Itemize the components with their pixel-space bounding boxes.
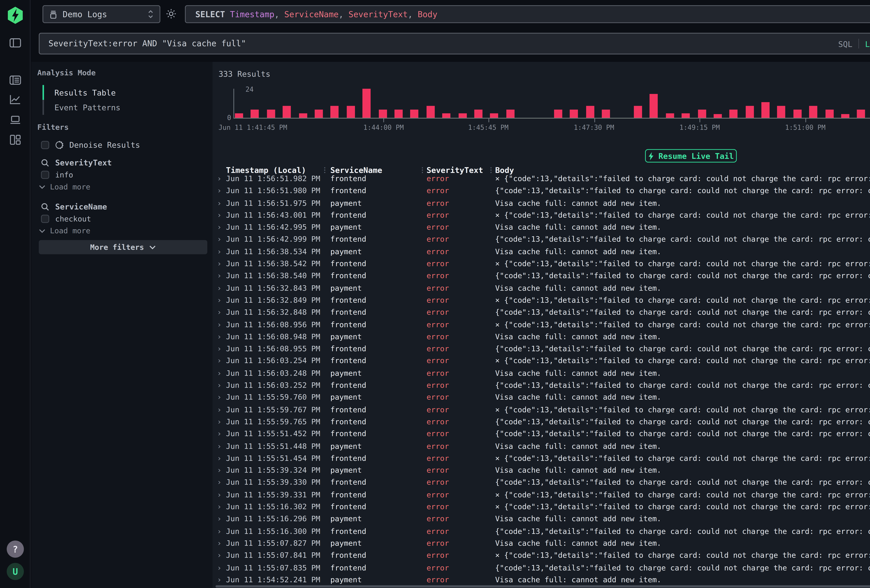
table-row[interactable]: ›Jun 11 1:56:51.975 PMpaymenterrorVisa c… bbox=[213, 198, 870, 210]
table-row[interactable]: ›Jun 11 1:55:07.841 PMfrontenderror× {"c… bbox=[213, 551, 870, 563]
row-expand-icon[interactable]: › bbox=[217, 369, 222, 377]
row-expand-icon[interactable]: › bbox=[217, 527, 222, 535]
filter-group-severitytext[interactable]: SeverityText bbox=[41, 158, 112, 167]
mode-sql-toggle[interactable]: SQL bbox=[838, 39, 852, 48]
row-expand-icon[interactable]: › bbox=[217, 320, 222, 329]
table-row[interactable]: ›Jun 11 1:56:42.999 PMfrontenderror{"cod… bbox=[213, 235, 870, 247]
table-row[interactable]: ›Jun 11 1:56:08.955 PMfrontenderror{"cod… bbox=[213, 344, 870, 356]
row-expand-icon[interactable]: › bbox=[217, 235, 222, 243]
denoise-results-row[interactable]: Denoise Results bbox=[41, 140, 140, 149]
row-expand-icon[interactable]: › bbox=[217, 430, 222, 438]
row-expand-icon[interactable]: › bbox=[217, 515, 222, 523]
row-expand-icon[interactable]: › bbox=[217, 345, 222, 353]
resume-live-tail-button[interactable]: Resume Live Tail bbox=[645, 149, 737, 162]
table-row[interactable]: ›Jun 11 1:56:08.948 PMpaymenterrorVisa c… bbox=[213, 332, 870, 344]
row-expand-icon[interactable]: › bbox=[217, 259, 222, 268]
table-row[interactable]: ›Jun 11 1:56:08.956 PMfrontenderror× {"c… bbox=[213, 320, 870, 332]
col-divider-icon[interactable]: ⋮ bbox=[321, 166, 328, 174]
user-avatar[interactable]: U bbox=[7, 563, 24, 580]
table-row[interactable]: ›Jun 11 1:55:59.765 PMfrontenderror{"cod… bbox=[213, 417, 870, 429]
chart-icon[interactable] bbox=[9, 93, 22, 106]
table-row[interactable]: ›Jun 11 1:55:16.300 PMfrontenderror{"cod… bbox=[213, 526, 870, 538]
row-expand-icon[interactable]: › bbox=[217, 211, 222, 219]
filter-group-servicename[interactable]: ServiceName bbox=[41, 202, 107, 211]
row-expand-icon[interactable]: › bbox=[217, 576, 222, 584]
row-expand-icon[interactable]: › bbox=[217, 478, 222, 487]
load-more-severitytext[interactable]: Load more bbox=[39, 183, 91, 191]
table-row[interactable]: ›Jun 11 1:56:43.001 PMfrontenderror× {"c… bbox=[213, 210, 870, 222]
table-row[interactable]: ›Jun 11 1:56:03.248 PMpaymenterrorVisa c… bbox=[213, 368, 870, 380]
table-row[interactable]: ›Jun 11 1:55:59.767 PMfrontenderror× {"c… bbox=[213, 405, 870, 417]
logs-icon[interactable] bbox=[9, 74, 22, 86]
table-row[interactable]: ›Jun 11 1:55:07.835 PMfrontenderror{"cod… bbox=[213, 563, 870, 575]
table-row[interactable]: ›Jun 11 1:55:59.760 PMpaymenterrorVisa c… bbox=[213, 393, 870, 405]
table-row[interactable]: ›Jun 11 1:55:16.302 PMfrontenderror× {"c… bbox=[213, 502, 870, 514]
table-row[interactable]: ›Jun 11 1:55:51.452 PMfrontenderror{"cod… bbox=[213, 429, 870, 441]
table-row[interactable]: ›Jun 11 1:55:39.324 PMpaymenterrorVisa c… bbox=[213, 465, 870, 478]
gear-icon[interactable] bbox=[165, 8, 177, 19]
search-bar[interactable]: SeverityText:error AND "Visa cache full"… bbox=[39, 33, 870, 54]
mode-lucene-toggle[interactable]: Lucene bbox=[865, 39, 870, 48]
table-row[interactable]: ›Jun 11 1:55:39.331 PMfrontenderror× {"c… bbox=[213, 490, 870, 502]
filter-option-info[interactable]: info bbox=[41, 171, 73, 179]
app-logo-icon[interactable] bbox=[7, 7, 24, 24]
row-expand-icon[interactable]: › bbox=[217, 466, 222, 474]
horizontal-scrollbar[interactable] bbox=[216, 585, 870, 588]
table-row[interactable]: ›Jun 11 1:55:39.330 PMfrontenderror{"cod… bbox=[213, 478, 870, 490]
table-row[interactable]: ›Jun 11 1:56:38.534 PMpaymenterrorVisa c… bbox=[213, 247, 870, 259]
row-expand-icon[interactable]: › bbox=[217, 187, 222, 195]
denoise-checkbox[interactable] bbox=[41, 141, 49, 149]
checkout-checkbox[interactable] bbox=[41, 215, 49, 223]
filter-option-checkout[interactable]: checkout bbox=[41, 215, 91, 223]
table-row[interactable]: ›Jun 11 1:56:32.849 PMfrontenderror× {"c… bbox=[213, 295, 870, 307]
info-checkbox[interactable] bbox=[41, 171, 49, 179]
sidebar-toggle-icon[interactable] bbox=[9, 37, 22, 49]
sidebar-item-results-table[interactable]: Results Table bbox=[42, 85, 192, 100]
row-expand-icon[interactable]: › bbox=[217, 284, 222, 292]
table-row[interactable]: ›Jun 11 1:56:32.848 PMfrontenderror{"cod… bbox=[213, 307, 870, 320]
row-expand-icon[interactable]: › bbox=[217, 381, 222, 389]
table-row[interactable]: ›Jun 11 1:55:07.827 PMpaymenterrorVisa c… bbox=[213, 538, 870, 551]
row-expand-icon[interactable]: › bbox=[217, 332, 222, 341]
table-row[interactable]: ›Jun 11 1:55:16.296 PMpaymenterrorVisa c… bbox=[213, 514, 870, 526]
col-divider-icon[interactable]: ⋮ bbox=[488, 166, 495, 174]
row-expand-icon[interactable]: › bbox=[217, 442, 222, 450]
select-query-input[interactable]: SELECT Timestamp, ServiceName, SeverityT… bbox=[185, 5, 870, 23]
row-expand-icon[interactable]: › bbox=[217, 563, 222, 572]
table-row[interactable]: ›Jun 11 1:56:38.542 PMfrontenderror× {"c… bbox=[213, 259, 870, 271]
row-expand-icon[interactable]: › bbox=[217, 247, 222, 256]
table-row[interactable]: ›Jun 11 1:56:51.982 PMfrontenderror× {"c… bbox=[213, 174, 870, 186]
table-row[interactable]: ›Jun 11 1:56:03.254 PMfrontenderror× {"c… bbox=[213, 356, 870, 368]
table-row[interactable]: ›Jun 11 1:56:32.843 PMpaymenterrorVisa c… bbox=[213, 283, 870, 295]
table-row[interactable]: ›Jun 11 1:55:51.454 PMfrontenderror× {"c… bbox=[213, 453, 870, 465]
row-expand-icon[interactable]: › bbox=[217, 503, 222, 511]
row-expand-icon[interactable]: › bbox=[217, 296, 222, 304]
row-expand-icon[interactable]: › bbox=[217, 490, 222, 499]
table-row[interactable]: ›Jun 11 1:56:38.540 PMfrontenderror{"cod… bbox=[213, 271, 870, 283]
more-filters-button[interactable]: More filters bbox=[39, 240, 207, 254]
col-divider-icon[interactable]: ⋮ bbox=[419, 166, 426, 174]
laptop-icon[interactable] bbox=[9, 113, 22, 126]
row-expand-icon[interactable]: › bbox=[217, 539, 222, 547]
sidebar-item-event-patterns[interactable]: Event Patterns bbox=[42, 100, 192, 115]
row-expand-icon[interactable]: › bbox=[217, 405, 222, 414]
row-expand-icon[interactable]: › bbox=[217, 199, 222, 207]
row-expand-icon[interactable]: › bbox=[217, 223, 222, 231]
help-button[interactable]: ? bbox=[7, 540, 24, 558]
dashboard-icon[interactable] bbox=[9, 133, 22, 146]
row-expand-icon[interactable]: › bbox=[217, 454, 222, 462]
row-expand-icon[interactable]: › bbox=[217, 393, 222, 401]
table-row[interactable]: ›Jun 11 1:55:51.448 PMpaymenterrorVisa c… bbox=[213, 441, 870, 453]
row-expand-icon[interactable]: › bbox=[217, 551, 222, 559]
row-expand-icon[interactable]: › bbox=[217, 308, 222, 316]
table-row[interactable]: ›Jun 11 1:56:42.995 PMpaymenterrorVisa c… bbox=[213, 222, 870, 235]
row-expand-icon[interactable]: › bbox=[217, 418, 222, 426]
row-expand-icon[interactable]: › bbox=[217, 272, 222, 280]
row-expand-icon[interactable]: › bbox=[217, 357, 222, 365]
log-source-select[interactable]: Demo Logs bbox=[42, 5, 160, 23]
row-expand-icon[interactable]: › bbox=[217, 174, 222, 183]
table-row[interactable]: ›Jun 11 1:54:52.241 PMpaymenterrorVisa c… bbox=[213, 575, 870, 587]
table-row[interactable]: ›Jun 11 1:56:51.980 PMfrontenderror{"cod… bbox=[213, 186, 870, 198]
load-more-servicename[interactable]: Load more bbox=[39, 227, 91, 235]
table-row[interactable]: ›Jun 11 1:56:03.252 PMfrontenderror{"cod… bbox=[213, 380, 870, 393]
